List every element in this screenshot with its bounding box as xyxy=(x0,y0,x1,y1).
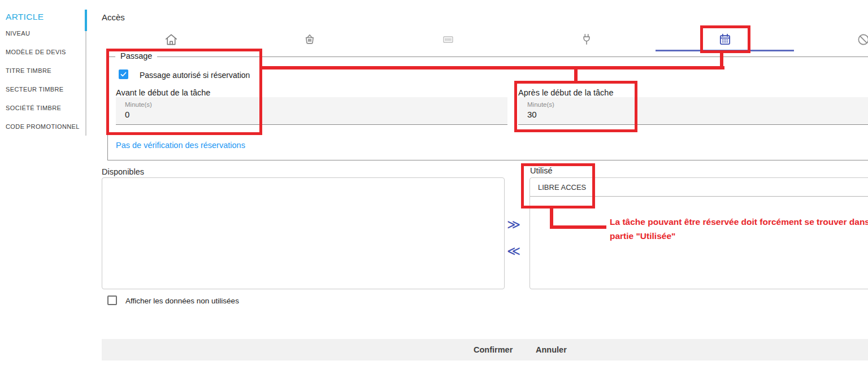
tab-basket[interactable] xyxy=(240,27,379,52)
after-minutes-field[interactable]: Minute(s) xyxy=(518,97,868,125)
plug-icon xyxy=(579,32,594,47)
active-tab-underline xyxy=(656,50,794,51)
after-minutes-floating-label: Minute(s) xyxy=(527,101,554,108)
passage-fieldset-legend: Passage xyxy=(115,51,157,60)
before-minutes-input[interactable] xyxy=(125,110,238,119)
after-minutes-input[interactable] xyxy=(527,110,640,119)
sidebar-item-secteur-timbre[interactable]: SECTEUR TIMBRE xyxy=(6,80,82,98)
used-listbox[interactable]: LIBRE ACCES xyxy=(530,177,868,289)
sidebar-item-titre-timbre[interactable]: TITRE TIMBRE xyxy=(6,61,82,80)
available-listbox[interactable] xyxy=(102,177,505,289)
move-right-button[interactable]: ≫ xyxy=(507,218,520,231)
checkmark-icon xyxy=(120,71,127,78)
sidebar-item-code-promotionnel[interactable]: CODE PROMOTIONNEL xyxy=(6,117,82,136)
barcode-icon xyxy=(441,33,455,46)
basket-icon xyxy=(302,32,317,47)
confirm-button[interactable]: Confirmer xyxy=(474,345,513,354)
sidebar-item-article-active[interactable]: ARTICLE xyxy=(6,12,44,22)
before-task-label: Avant le début de la tâche xyxy=(116,88,210,97)
sidebar-divider xyxy=(85,31,86,136)
page-title: Accès xyxy=(102,12,125,22)
blocked-icon xyxy=(856,32,868,47)
no-reservation-check-link[interactable]: Pas de vérification des réservations xyxy=(116,141,245,150)
home-icon xyxy=(164,32,179,47)
tab-blocked[interactable] xyxy=(794,27,868,52)
before-minutes-floating-label: Minute(s) xyxy=(125,101,152,108)
used-list-label: Utilisé xyxy=(530,166,552,175)
tab-bar xyxy=(102,27,868,52)
sidebar-item-societe-timbre[interactable]: SOCIÉTÉ TIMBRE xyxy=(6,98,82,117)
before-minutes-field[interactable]: Minute(s) xyxy=(116,97,507,125)
cancel-button[interactable]: Annuler xyxy=(536,345,567,354)
available-list-label: Disponibles xyxy=(102,167,144,176)
move-left-button[interactable]: ≪ xyxy=(507,245,520,258)
sidebar-item-modele-de-devis[interactable]: MODÈLE DE DEVIS xyxy=(6,42,82,61)
access-settings-page: ARTICLE NIVEAU MODÈLE DE DEVIS TITRE TIM… xyxy=(0,0,868,365)
sidebar-nav: NIVEAU MODÈLE DE DEVIS TITRE TIMBRE SECT… xyxy=(6,24,82,136)
tab-calendar-active[interactable] xyxy=(656,27,794,52)
show-unused-data-checkbox[interactable] xyxy=(107,296,117,305)
tab-home[interactable] xyxy=(102,27,240,52)
tab-plug[interactable] xyxy=(517,27,656,52)
after-task-label: Après le début de la tâche xyxy=(518,88,613,97)
passage-autorise-label: Passage autorisé si réservation xyxy=(140,71,250,80)
sidebar-item-niveau[interactable]: NIVEAU xyxy=(6,24,82,42)
used-list-item[interactable]: LIBRE ACCES xyxy=(530,178,868,197)
show-unused-data-label: Afficher les données non utilisées xyxy=(125,297,239,305)
tab-barcode[interactable] xyxy=(379,27,517,52)
sidebar-active-indicator xyxy=(85,10,87,31)
passage-autorise-checkbox[interactable] xyxy=(119,69,128,79)
calendar-icon xyxy=(718,32,732,47)
